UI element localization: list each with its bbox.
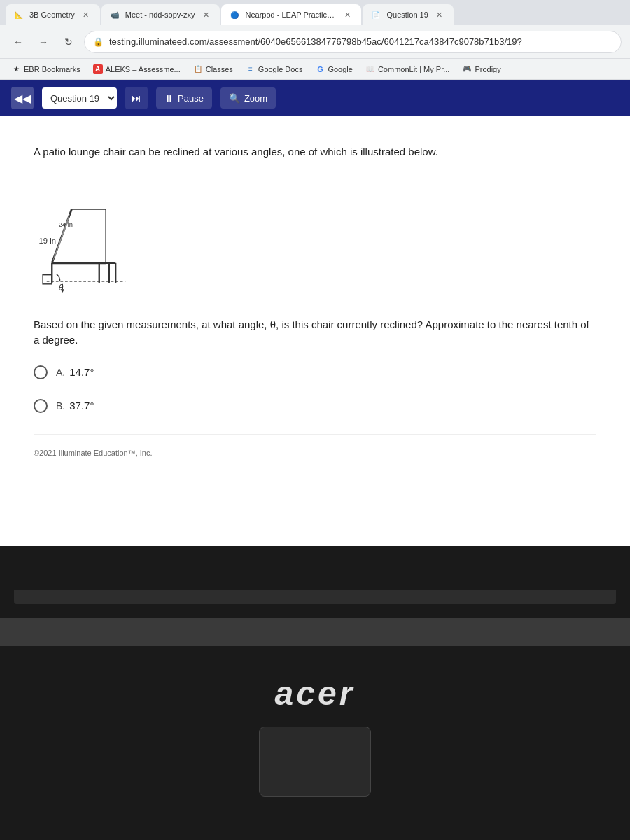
screen-bezel-bottom xyxy=(14,590,616,604)
copyright: ©2021 Illuminate Education™, Inc. xyxy=(34,434,596,457)
tab-meet[interactable]: 📹 Meet - ndd-sopv-zxy ✕ xyxy=(102,4,220,25)
back-question-button[interactable]: ◀◀ xyxy=(11,87,34,109)
tab-question19[interactable]: 📄 Question 19 ✕ xyxy=(363,4,453,25)
chair-svg: 19 in 24 in xyxy=(34,177,244,303)
tab-favicon-q19: 📄 xyxy=(371,10,381,20)
address-bar: ← → ↻ 🔒 testing.illuminateed.com/assessm… xyxy=(0,25,630,59)
acer-logo: acer xyxy=(275,674,356,713)
url-text: testing.illuminateed.com/assessment/6040… xyxy=(109,36,612,47)
lock-icon: 🔒 xyxy=(93,37,104,47)
tab-close-q19[interactable]: ✕ xyxy=(434,9,445,20)
refresh-button[interactable]: ↻ xyxy=(59,32,78,52)
bookmark-label-commonlit: CommonLit | My Pr... xyxy=(378,65,450,74)
svg-text:19 in: 19 in xyxy=(39,236,56,244)
bookmark-label-gdocs: Google Docs xyxy=(258,65,303,74)
answer-letter-b: B. xyxy=(56,400,65,412)
bookmark-label-aleks: ALEKS – Assessme... xyxy=(106,65,181,74)
bookmark-favicon-google: G xyxy=(315,64,325,74)
bookmark-favicon-commonlit: 📖 xyxy=(365,64,375,74)
tab-favicon-nearpod: 🔵 xyxy=(230,10,239,20)
bookmark-favicon-prodigy: 🎮 xyxy=(462,64,472,74)
tab-title-nearpod: Nearpod - LEAP Practice - Trig p xyxy=(245,10,336,19)
play-skip-button[interactable]: ⏭ xyxy=(125,87,148,109)
zoom-icon: 🔍 xyxy=(229,93,240,104)
tab-favicon-geometry: 📐 xyxy=(14,10,24,20)
answer-letter-a: A. xyxy=(56,367,65,378)
chair-illustration: 19 in 24 in xyxy=(34,177,258,303)
question-body: Based on the given measurements, at what… xyxy=(34,317,596,349)
answer-options: A. 14.7° B. 37.7° xyxy=(34,365,596,413)
tab-3b-geometry[interactable]: 📐 3B Geometry ✕ xyxy=(6,4,100,25)
tab-title-geometry: 3B Geometry xyxy=(29,10,75,19)
answer-value-a: 14.7° xyxy=(69,366,94,378)
bookmark-label-ebr: EBR Bookmarks xyxy=(24,65,80,74)
content-area: ◀◀ Question 19 ⏭ ⏸ Pause 🔍 Zoom A patio … xyxy=(0,80,630,546)
pause-button[interactable]: ⏸ Pause xyxy=(156,88,212,108)
bookmark-classes[interactable]: 📋 Classes xyxy=(188,62,239,77)
browser-window: 📐 3B Geometry ✕ 📹 Meet - ndd-sopv-zxy ✕ … xyxy=(0,0,630,546)
laptop-base xyxy=(0,618,630,646)
tab-close-nearpod[interactable]: ✕ xyxy=(342,9,353,20)
tab-title-meet: Meet - ndd-sopv-zxy xyxy=(125,10,195,19)
bookmark-aleks[interactable]: A ALEKS – Assessme... xyxy=(88,62,186,77)
svg-rect-13 xyxy=(43,274,52,284)
answer-option-a[interactable]: A. 14.7° xyxy=(34,365,596,379)
radio-b[interactable] xyxy=(34,399,48,413)
laptop-bottom: acer xyxy=(0,546,630,840)
bookmark-ebr[interactable]: ★ EBR Bookmarks xyxy=(6,62,86,77)
copyright-text: ©2021 Illuminate Education™, Inc. xyxy=(34,449,153,457)
back-button[interactable]: ← xyxy=(8,32,28,52)
tab-bar: 📐 3B Geometry ✕ 📹 Meet - ndd-sopv-zxy ✕ … xyxy=(0,0,630,25)
tab-nearpod[interactable]: 🔵 Nearpod - LEAP Practice - Trig p ✕ xyxy=(221,4,361,25)
pause-label: Pause xyxy=(178,93,204,104)
assessment-toolbar: ◀◀ Question 19 ⏭ ⏸ Pause 🔍 Zoom xyxy=(0,80,630,116)
bookmarks-bar: ★ EBR Bookmarks A ALEKS – Assessme... 📋 … xyxy=(0,59,630,80)
question-content: A patio lounge chair can be reclined at … xyxy=(0,116,630,546)
bookmark-google[interactable]: G Google xyxy=(309,62,358,77)
bookmark-favicon-gdocs: ≡ xyxy=(246,64,255,74)
bookmark-commonlit[interactable]: 📖 CommonLit | My Pr... xyxy=(360,62,456,77)
answer-option-b[interactable]: B. 37.7° xyxy=(34,399,596,413)
zoom-label: Zoom xyxy=(244,93,267,104)
bookmark-favicon-ebr: ★ xyxy=(11,64,21,74)
tab-close-meet[interactable]: ✕ xyxy=(200,9,211,20)
bookmark-label-google: Google xyxy=(328,65,352,74)
answer-value-b: 37.7° xyxy=(69,400,94,412)
bookmark-favicon-classes: 📋 xyxy=(193,64,203,74)
bookmark-google-docs[interactable]: ≡ Google Docs xyxy=(240,62,309,77)
tab-favicon-meet: 📹 xyxy=(110,10,120,20)
bookmark-label-prodigy: Prodigy xyxy=(475,65,500,74)
pause-icon: ⏸ xyxy=(164,93,174,104)
question-intro: A patio lounge chair can be reclined at … xyxy=(34,144,596,160)
radio-a[interactable] xyxy=(34,365,48,379)
forward-button[interactable]: → xyxy=(34,32,53,52)
tab-title-q19: Question 19 xyxy=(386,10,428,19)
tab-close-geometry[interactable]: ✕ xyxy=(80,9,92,20)
trackpad[interactable] xyxy=(259,727,371,797)
bookmark-favicon-aleks: A xyxy=(93,64,103,74)
question-selector[interactable]: Question 19 xyxy=(42,88,117,108)
url-bar[interactable]: 🔒 testing.illuminateed.com/assessment/60… xyxy=(84,31,622,53)
bookmark-prodigy[interactable]: 🎮 Prodigy xyxy=(456,62,506,77)
bookmark-label-classes: Classes xyxy=(206,65,233,74)
zoom-button[interactable]: 🔍 Zoom xyxy=(220,88,276,108)
